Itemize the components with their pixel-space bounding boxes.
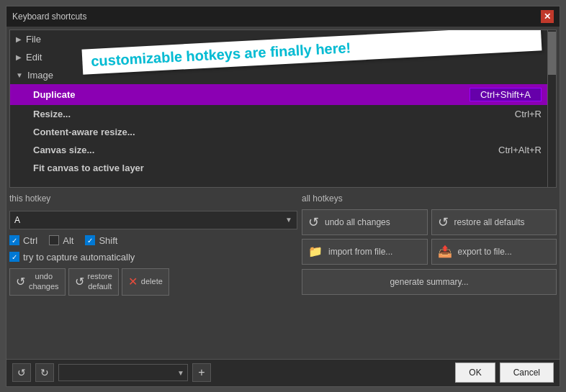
undo-changes-button[interactable]: ↺ undochanges [9,268,66,296]
content-aware-label: Content-aware resize... [33,127,135,137]
all-hotkeys-grid: ↺ undo all changes ↺ restore all default… [302,209,557,265]
add-icon: + [198,366,205,379]
file-label: File [26,34,41,45]
import-from-file-button[interactable]: 📁 import from file... [302,239,428,265]
this-hotkey-label: this hotkey [9,193,297,204]
restore-all-icon: ↺ [438,214,449,230]
import-label: import from file... [328,247,392,257]
generate-summary-label: generate summary... [390,277,468,287]
footer-input[interactable]: ▼ [58,364,188,381]
shift-modifier[interactable]: Shift [85,235,117,246]
scrollbar-thumb[interactable] [548,32,556,75]
ctrl-checkbox[interactable] [9,235,19,245]
restore-all-label: restore all defaults [454,217,525,227]
restore-default-button[interactable]: ↺ restoredefault [68,268,119,296]
footer: ↺ ↻ ▼ + OK Cancel [6,359,560,386]
delete-button[interactable]: ✕ delete [122,268,169,296]
tree-subitem-content-aware[interactable]: Content-aware resize... [10,123,547,141]
combo-row: A ▼ [9,211,297,229]
tree-subitem-fit-canvas[interactable]: Fit canvas to active layer [10,159,547,177]
ctrl-modifier[interactable]: Ctrl [9,235,37,246]
keyboard-shortcuts-dialog: Keyboard shortcuts ✕ customizable hotkey… [6,6,560,387]
auto-capture-label: try to capture automatically [23,252,135,263]
restore-default-text: restoredefault [88,272,112,291]
action-buttons-row: ↺ undochanges ↺ restoredefault ✕ delete [9,268,297,296]
ok-button[interactable]: OK [455,363,495,383]
cancel-button[interactable]: Cancel [500,363,554,383]
shortcut-resize: Ctrl+R [515,109,542,119]
export-label: export to file... [458,247,512,257]
arrow-icon-edit: ▶ [16,53,22,61]
duplicate-label: Duplicate [33,89,76,100]
generate-summary-button[interactable]: generate summary... [302,269,557,295]
content-area: customizable hotkeys are finally here! ▶… [6,27,560,359]
canvas-size-label: Canvas size... [33,145,94,155]
dialog-title: Keyboard shortcuts [12,12,86,22]
export-icon: 📤 [438,245,452,258]
modifier-row: Ctrl Alt Shift [9,235,297,246]
tree-scrollbar[interactable] [547,30,556,187]
auto-capture-checkbox[interactable] [9,252,19,262]
alt-checkbox[interactable] [49,235,59,245]
undo-all-changes-button[interactable]: ↺ undo all changes [302,209,428,235]
auto-capture-row[interactable]: try to capture automatically [9,252,297,263]
undo-changes-icon: ↺ [16,275,25,288]
undo-all-icon: ↺ [308,214,319,230]
undo-changes-text: undochanges [29,272,59,291]
resize-label: Resize... [33,109,71,119]
footer-undo-button[interactable]: ↺ [12,363,31,382]
fit-canvas-label: Fit canvas to active layer [33,163,144,173]
close-button[interactable]: ✕ [541,10,554,23]
shift-label: Shift [99,235,117,246]
export-to-file-button[interactable]: 📤 export to file... [431,239,557,265]
this-hotkey-panel: this hotkey A ▼ Ctrl Alt [9,193,297,356]
ctrl-label: Ctrl [23,235,37,246]
title-bar: Keyboard shortcuts ✕ [6,6,560,27]
ok-cancel-row: OK Cancel [455,363,554,383]
arrow-icon-file: ▶ [16,35,22,43]
restore-default-icon: ↺ [75,275,84,288]
footer-input-arrow: ▼ [177,369,184,377]
tree-panel: customizable hotkeys are finally here! ▶… [9,29,557,188]
alt-label: Alt [63,235,73,246]
all-hotkeys-panel: all hotkeys ↺ undo all changes ↺ restore… [302,193,557,356]
combo-value: A [14,215,20,225]
image-label: Image [27,70,53,81]
tree-subitem-resize[interactable]: Resize... Ctrl+R [10,105,547,123]
undo-all-label: undo all changes [325,217,390,227]
all-hotkeys-label: all hotkeys [302,193,557,204]
edit-label: Edit [26,52,42,63]
delete-icon: ✕ [128,275,138,288]
arrow-icon-image: ▼ [16,71,23,79]
footer-redo-button[interactable]: ↻ [35,363,54,382]
delete-text: delete [141,277,163,286]
footer-add-button[interactable]: + [192,363,211,382]
shortcut-canvas-size: Ctrl+Alt+R [498,145,542,155]
alt-modifier[interactable]: Alt [49,235,73,246]
hotkey-combo[interactable]: A ▼ [9,211,297,229]
restore-all-defaults-button[interactable]: ↺ restore all defaults [431,209,557,235]
import-icon: 📁 [308,245,323,258]
bottom-section: this hotkey A ▼ Ctrl Alt [6,191,560,359]
tree-subitem-canvas-size[interactable]: Canvas size... Ctrl+Alt+R [10,141,547,159]
shift-checkbox[interactable] [85,235,95,245]
tree-subitem-duplicate[interactable]: Duplicate Ctrl+Shift+A [10,84,547,105]
shortcut-duplicate[interactable]: Ctrl+Shift+A [470,88,542,101]
combo-arrow-icon: ▼ [285,216,292,224]
